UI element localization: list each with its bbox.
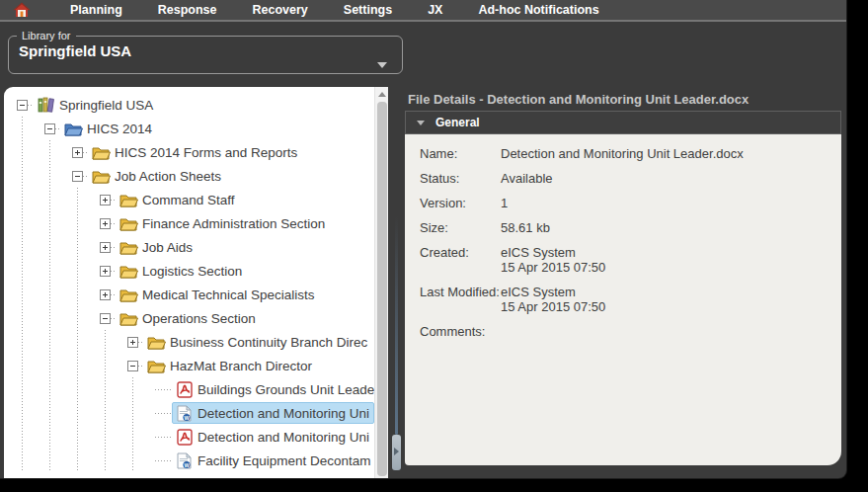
home-icon[interactable] [13,2,31,18]
collapse-toggle-icon[interactable] [17,100,28,111]
tree-item[interactable]: Job Aids [4,235,374,259]
tree-item-content[interactable]: HazMat Branch Director [144,355,317,376]
expand-toggle-icon[interactable] [127,337,138,348]
tree-item-content[interactable]: WDetection and Monitoring Uni [172,402,374,424]
collapse-toggle-icon[interactable] [127,361,138,371]
tree-guide [17,330,44,354]
expand-toggle-icon[interactable] [72,147,83,158]
folder-icon [119,239,138,256]
file-details-panel: File Details - Detection and Monitoring … [405,87,841,478]
tree-item[interactable]: Medical Technical Specialists [4,283,374,306]
tree-item-label: Business Continuity Branch Direc [166,335,367,350]
tree-connector [155,401,172,425]
tree-guide [72,211,100,235]
tree-item-content[interactable]: Finance Administration Section [117,212,330,234]
folder-icon [92,168,111,185]
splitter-line [395,215,398,435]
folder-icon [119,263,138,280]
tree-guide [127,377,155,401]
tree-item-content[interactable]: Business Continuity Branch Direc [144,331,372,353]
tree-item[interactable]: WDetection and Monitoring Uni [4,401,374,425]
tree-guide [100,330,127,354]
expand-toggle-icon[interactable] [100,266,111,277]
tree-item-content[interactable]: Job Aids [117,236,197,258]
expand-toggle-icon[interactable] [100,195,111,205]
expand-toggle-icon[interactable] [100,218,111,229]
tree-item-content[interactable]: Logistics Section [117,260,247,282]
tree-item-content[interactable]: Command Staff [117,189,240,210]
nav-item-settings[interactable]: Settings [344,0,392,20]
tree-guide [17,188,44,211]
tree-item[interactable]: Operations Section [4,306,374,330]
tree-item-label: HICS 2014 [83,122,152,136]
tree-item-label: Command Staff [138,193,235,207]
tree-item[interactable]: Springfield USA [4,93,374,117]
nav-item-ad-hoc-notifications[interactable]: Ad-hoc Notifications [478,0,598,20]
detail-field-label: Created: [420,245,501,275]
splitter-collapse-handle[interactable] [392,435,401,470]
expand-toggle-icon[interactable] [100,289,111,300]
tree-guide [100,354,127,377]
chevron-down-icon[interactable] [377,62,387,68]
tree-item-label: Buildings Grounds Unit Leade [194,382,374,397]
tree-guide [72,306,100,330]
tree-guide [17,306,44,330]
tree-item-content[interactable]: HICS 2014 [61,118,157,139]
detail-field: Created:eICS System15 Apr 2015 07:50 [420,245,831,275]
scroll-up-icon[interactable] [378,92,386,97]
tree-item[interactable]: Finance Administration Section [4,211,374,235]
tree-guide [17,211,44,235]
tree-guide [72,235,100,259]
tree-item[interactable]: Job Action Sheets [4,164,374,188]
folder-icon [119,215,138,232]
nav-item-recovery[interactable]: Recovery [253,0,308,20]
tree-item-content[interactable]: Buildings Grounds Unit Leade [172,378,374,400]
tree-item-content[interactable]: Detection and Monitoring Uni [172,426,374,448]
nav-item-planning[interactable]: Planning [70,0,122,20]
tree-guide [17,235,44,259]
expand-toggle-icon[interactable] [100,242,111,253]
tree-guide [44,425,72,449]
tree-guide [17,117,44,140]
tree-item[interactable]: HazMat Branch Director [4,354,374,377]
tree-guide [44,235,72,259]
tree-guide [100,449,127,472]
tree-item-label: HICS 2014 Forms and Reports [111,145,297,160]
file-tree: Springfield USAHICS 2014HICS 2014 Forms … [4,87,374,478]
tree-guide [17,401,44,425]
collapse-toggle-icon[interactable] [100,313,111,324]
general-section-header[interactable]: General [405,111,841,134]
tree-item-content[interactable]: Job Action Sheets [89,165,226,187]
collapse-toggle-icon[interactable] [44,123,55,134]
tree-item-content[interactable]: Medical Technical Specialists [117,284,320,305]
detail-field: Comments: [420,324,831,339]
tree-item[interactable]: HICS 2014 Forms and Reports [4,140,374,164]
library-selector-value: Springfield USA [9,41,402,59]
tree-scrollbar-thumb[interactable] [377,102,387,476]
tree-item[interactable]: Detection and Monitoring Uni [4,425,374,449]
tree-item[interactable]: Business Continuity Branch Direc [4,330,374,354]
nav-item-jx[interactable]: JX [428,0,442,20]
tree-item-content[interactable]: Springfield USA [34,94,158,116]
tree-guide [17,377,44,401]
library-selector[interactable]: Library for Springfield USA [8,30,403,74]
tree-item-content[interactable]: WFacility Equipment Decontam [172,450,374,471]
tree-item[interactable]: WFacility Equipment Decontam [4,449,374,472]
tree-item[interactable]: HICS 2014 [4,117,374,140]
tree-scrollbar[interactable] [374,87,388,478]
panel-splitter[interactable] [388,87,405,478]
nav-item-response[interactable]: Response [158,0,217,20]
nav-items: PlanningResponseRecoverySettingsJXAd-hoc… [70,0,599,20]
tree-item-content[interactable]: HICS 2014 Forms and Reports [89,141,302,163]
tree-guide [17,354,44,377]
tree-connector [155,449,172,472]
tree-guide [72,330,100,354]
tree-guide [44,401,72,425]
tree-guide [72,259,100,283]
tree-guide [127,425,155,449]
tree-item[interactable]: Command Staff [4,188,374,211]
tree-item[interactable]: Logistics Section [4,259,374,283]
tree-item[interactable]: Buildings Grounds Unit Leade [4,377,374,401]
collapse-toggle-icon[interactable] [72,171,83,182]
tree-item-content[interactable]: Operations Section [117,307,261,329]
